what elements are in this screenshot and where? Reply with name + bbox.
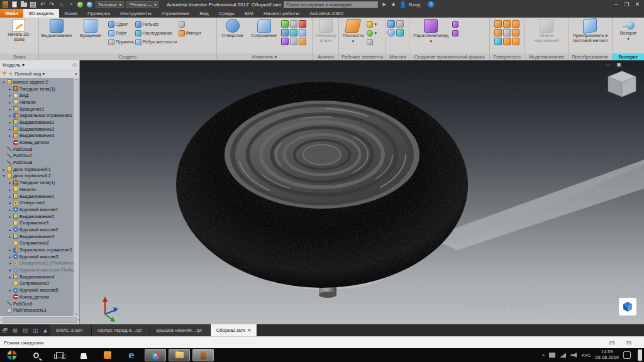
tree-expand-icon[interactable]: ▸: [8, 113, 12, 118]
close-tab-icon[interactable]: ✕: [247, 328, 251, 333]
emboss-button[interactable]: Рельеф: [135, 20, 177, 28]
tree-expand-icon[interactable]: ▸: [8, 87, 12, 91]
store-icon[interactable]: [72, 348, 96, 362]
ribbon-tab[interactable]: Инструменты: [115, 9, 157, 18]
thread-icon[interactable]: [299, 20, 306, 28]
undo-icon[interactable]: ↶: [39, 1, 46, 8]
freeform-edit-button[interactable]: [452, 29, 458, 37]
ribbon-tab[interactable]: Autodesk A360: [304, 9, 348, 18]
group-label-create[interactable]: Создать: [39, 53, 216, 60]
tree-expand-icon[interactable]: ▾: [2, 173, 6, 178]
tree-expand-icon[interactable]: ▸: [8, 248, 12, 252]
loft-button[interactable]: Лофт: [108, 29, 134, 37]
direct-edit-icon[interactable]: [299, 38, 306, 45]
tree-item[interactable]: ▸ Вид:: [0, 92, 79, 99]
brake-disc[interactable]: [225, 101, 419, 209]
rectangular-pattern-icon[interactable]: [387, 20, 395, 28]
mail-icon[interactable]: [96, 348, 119, 362]
tree-item[interactable]: ▸ Выдавливание1: [0, 119, 79, 126]
tree-item[interactable]: ▸ Начало: [0, 99, 79, 106]
tree-horizontal-scrollbar[interactable]: ‹ ›: [0, 316, 79, 324]
tree-item[interactable]: РабПлоскость1: [0, 307, 79, 314]
tree-item[interactable]: РабОсь8: [0, 159, 79, 166]
network-icon[interactable]: [560, 353, 566, 358]
tree-item[interactable]: РабОсь7: [0, 153, 79, 160]
derive-button[interactable]: Наследование: [135, 29, 177, 37]
replace-face-icon[interactable]: [512, 29, 519, 36]
offset-surface-icon[interactable]: [503, 38, 511, 45]
tree-expand-icon[interactable]: ▸: [8, 275, 12, 279]
tree-expand-icon[interactable]: ▸: [8, 228, 12, 232]
draft-icon[interactable]: [290, 20, 297, 28]
revolve-button[interactable]: Вращение: [74, 19, 107, 38]
ribbon-tab[interactable]: Управление: [157, 9, 194, 18]
tree-item[interactable]: ▸ Круговой массив2: [0, 226, 79, 233]
tree-item[interactable]: ▸ Начало: [0, 186, 79, 193]
tree-item[interactable]: ▸ Выдавливание2: [0, 213, 79, 220]
tree-expand-icon[interactable]: ▸: [8, 100, 12, 104]
group-label-work-features[interactable]: Рабочие элементы: [339, 53, 386, 60]
group-label-return[interactable]: Возврат: [613, 53, 644, 60]
appearance-dropdown[interactable]: *Резина — ▾: [126, 1, 159, 8]
browser-title[interactable]: Модель ▾: [3, 62, 25, 68]
favorites-star-icon[interactable]: ★: [390, 1, 397, 8]
ribbon-tab[interactable]: Проверка: [82, 9, 115, 18]
save-icon[interactable]: [30, 1, 36, 8]
tree-expand-icon[interactable]: ▸: [8, 200, 12, 205]
coil-button[interactable]: Пружина: [108, 38, 134, 46]
open-folder-icon[interactable]: [20, 1, 27, 8]
group-label-surface[interactable]: Поверхность: [490, 53, 525, 60]
wheel-3d-model[interactable]: [80, 60, 644, 324]
ribbon-tab[interactable]: Вид: [194, 9, 213, 18]
trim-icon[interactable]: [512, 20, 519, 28]
document-tab[interactable]: крышка нижняя…ipt: [150, 324, 210, 336]
return-button[interactable]: ← Возврат ▾: [614, 19, 643, 41]
search-icon[interactable]: ➤: [380, 1, 387, 8]
tree-expand-icon[interactable]: ▾: [2, 80, 6, 84]
ribbon-tab[interactable]: Среды: [214, 9, 240, 18]
sketch-pattern-icon[interactable]: [396, 29, 404, 36]
import-button[interactable]: Импорт: [179, 29, 201, 37]
hole-button[interactable]: Отверстие: [218, 19, 247, 38]
render-icon[interactable]: [86, 1, 93, 8]
patch-icon[interactable]: [503, 20, 511, 28]
measure-icon[interactable]: ◔: [67, 1, 74, 8]
delete-surface-icon[interactable]: [512, 38, 519, 45]
volume-icon[interactable]: [570, 353, 577, 358]
tree-item[interactable]: ▸ Зеркальное отражение1: [0, 112, 79, 119]
freeform-box-button[interactable]: Параллелепипед ▾: [411, 19, 451, 43]
extend-icon[interactable]: [494, 29, 502, 36]
search-input[interactable]: Поиск по справке и командам: [284, 1, 378, 8]
freeform-plane-button[interactable]: [452, 20, 458, 28]
tree-item[interactable]: ▾ диск тормозной:2: [0, 173, 79, 180]
tree-expand-icon[interactable]: ▸: [8, 133, 12, 138]
tree-item[interactable]: ▸ диск тормозной:1: [0, 166, 79, 173]
edge-icon[interactable]: e: [119, 348, 143, 362]
tree-item[interactable]: ▸ Выдавливание3: [0, 133, 79, 140]
ucs-button[interactable]: [367, 38, 377, 46]
file-explorer-icon[interactable]: [169, 349, 190, 361]
plane-button[interactable]: Плоскость ▾: [340, 19, 365, 43]
rib-button[interactable]: Ребро жесткости: [135, 38, 177, 46]
tree-expand-icon[interactable]: ▸: [8, 207, 12, 212]
list-options-icon[interactable]: ≡: [75, 71, 77, 77]
tree-expand-icon[interactable]: ▸: [8, 187, 12, 192]
tree-item[interactable]: ▸ Круговой массив5: [0, 287, 79, 293]
tree-item[interactable]: ▸ Выдавливание1: [0, 193, 79, 200]
user-icon[interactable]: 👤: [399, 1, 406, 8]
task-view-button[interactable]: [48, 348, 72, 362]
thicken-icon[interactable]: [299, 29, 306, 36]
tree-item[interactable]: ▸ Вращение1: [0, 106, 79, 112]
scroll-left-icon[interactable]: ‹: [0, 318, 1, 322]
ruled-surface-icon[interactable]: [494, 38, 502, 45]
chrome-icon[interactable]: [145, 349, 166, 361]
tree-item[interactable]: ▸ Круговой массив4 (Подавл…: [0, 266, 79, 273]
tree-item[interactable]: ▸ Зеркальное отражение1: [0, 246, 79, 253]
show-desktop-button[interactable]: [638, 349, 642, 361]
help-icon[interactable]: ?: [428, 1, 434, 8]
ribbon-tab[interactable]: BIM: [240, 9, 258, 18]
tree-item[interactable]: Конец детали: [0, 139, 79, 146]
tree-item[interactable]: ▸ Круговой массив3: [0, 253, 79, 260]
tree-item[interactable]: ▸ Круговой массив1: [0, 206, 79, 213]
move-body-icon[interactable]: [281, 38, 289, 45]
